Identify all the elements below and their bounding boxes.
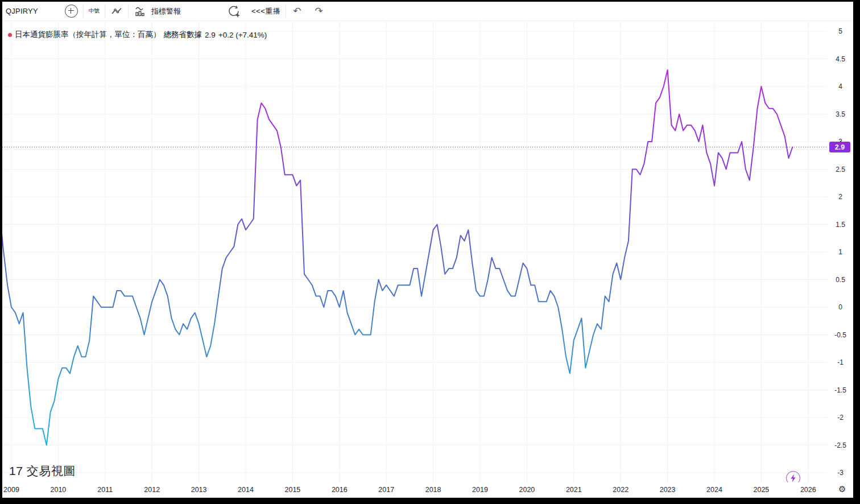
circle-plus-icon: [65, 5, 78, 18]
tradingview-watermark: 17 交易視圖: [9, 463, 76, 479]
x-axis-label: 2022: [613, 486, 629, 494]
y-axis-label: 4: [828, 82, 853, 90]
series-last-value: 2.9: [205, 31, 216, 39]
x-axis-label: 2021: [566, 486, 582, 494]
y-axis-label: -0.5: [828, 331, 853, 339]
indicators-icon: [134, 5, 147, 18]
inflation-line-series[interactable]: [0, 70, 792, 445]
x-axis-label: 2020: [519, 486, 535, 494]
series-change: +0.2 (+7.41%): [218, 31, 267, 39]
series-source: 總務省數據: [164, 30, 202, 40]
grid-lines: [2, 21, 828, 482]
indicators-alerts-button[interactable]: 指標警報: [129, 3, 186, 19]
compare-add-button[interactable]: [60, 3, 83, 19]
x-axis-label: 2023: [660, 486, 676, 494]
price-scale[interactable]: 54.543.532.521.510.50-0.5-1-1.5-2-2.5-32…: [828, 21, 853, 482]
redo-button[interactable]: ↷: [308, 3, 330, 19]
replay-button[interactable]: <<<重播: [246, 3, 286, 19]
lightning-icon: [789, 474, 797, 482]
x-axis-label: 2015: [284, 486, 300, 494]
x-axis-label: 2025: [753, 486, 769, 494]
chart-area[interactable]: [0, 0, 860, 504]
y-axis-label: -3: [828, 469, 853, 477]
x-axis-label: 2009: [3, 486, 19, 494]
last-value-badge: 2.9: [829, 142, 850, 152]
line-chart-icon: [110, 6, 123, 17]
indicators-button-label: 指標警報: [151, 6, 181, 16]
undo-button[interactable]: ↶: [286, 3, 308, 19]
x-axis-label: 2018: [425, 486, 441, 494]
x-axis-label: 2013: [191, 486, 207, 494]
chart-style-button[interactable]: [105, 3, 128, 19]
scale-settings-gear-icon[interactable]: ⚙: [838, 484, 846, 494]
x-axis-label: 2026: [800, 486, 816, 494]
series-color-dot-icon: [8, 33, 12, 37]
x-axis-label: 2010: [50, 486, 66, 494]
time-scale[interactable]: 2009201020112012201320142015201620172018…: [2, 482, 853, 498]
y-axis-label: -1: [828, 358, 853, 366]
y-axis-label: 4.5: [828, 55, 853, 63]
y-axis-label: 1.5: [828, 221, 853, 229]
y-axis-label: -2.5: [828, 441, 853, 449]
y-axis-label: 0: [828, 303, 853, 311]
x-axis-label: 2024: [706, 486, 722, 494]
y-axis-label: 0.5: [828, 276, 853, 284]
x-axis-label: 2012: [144, 486, 160, 494]
alarm-plus-icon: [226, 4, 241, 19]
y-axis-label: 3.5: [828, 110, 853, 118]
alert-add-button[interactable]: [221, 3, 246, 19]
y-axis-label: 2.5: [828, 166, 853, 173]
symbol-search-button[interactable]: QJPIRYY: [2, 3, 60, 19]
top-toolbar: QJPIRYY 中號: [2, 2, 853, 21]
y-axis-label: -1.5: [828, 386, 853, 394]
y-axis-label: 2: [828, 193, 853, 201]
x-axis-label: 2011: [97, 486, 113, 494]
series-legend[interactable]: 日本通貨膨脹率（按年計算，單位：百萬） 總務省數據 2.9 +0.2 (+7.4…: [8, 30, 270, 40]
x-axis-label: 2014: [238, 486, 254, 494]
series-title: 日本通貨膨脹率（按年計算，單位：百萬）: [15, 30, 161, 40]
y-axis-label: 5: [828, 27, 853, 35]
y-axis-label: 1: [828, 248, 853, 256]
interval-button[interactable]: 中號: [84, 3, 105, 19]
y-axis-label: -2: [828, 414, 853, 422]
screenshot-root: QJPIRYY 中號: [0, 0, 860, 504]
x-axis-label: 2016: [332, 486, 348, 494]
x-axis-label: 2019: [472, 486, 488, 494]
x-axis-label: 2017: [378, 486, 394, 494]
